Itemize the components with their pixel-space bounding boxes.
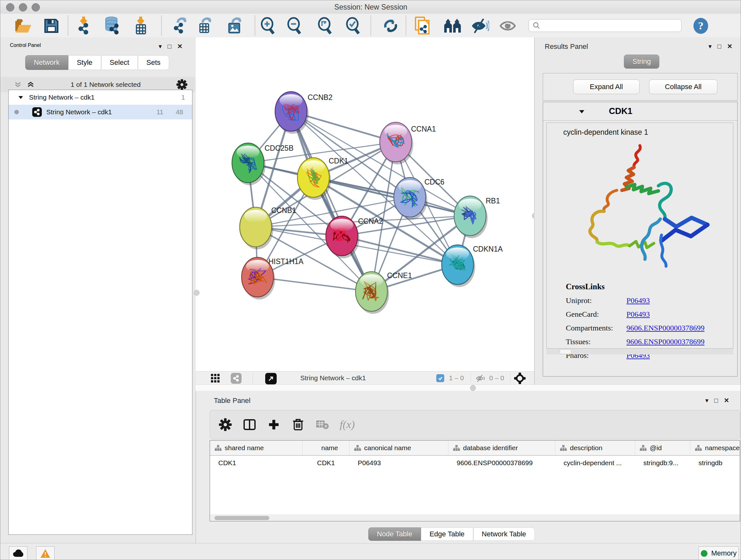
collapse-arrow-icon[interactable] [17, 94, 24, 101]
table-options-gear-icon[interactable] [216, 416, 234, 434]
collapse-section-arrow-icon[interactable] [578, 108, 585, 115]
import-network-from-database-icon[interactable] [104, 17, 122, 35]
table-hscrollbar-thumb[interactable] [214, 516, 269, 520]
search-input[interactable] [540, 22, 676, 30]
node-CDK1[interactable] [297, 158, 331, 200]
tab-network[interactable]: Network [25, 55, 68, 70]
collapse-all-button[interactable]: Collapse All [649, 79, 718, 94]
splitter-handle[interactable] [470, 385, 476, 391]
column-header-name[interactable]: name [302, 441, 349, 455]
table-cell[interactable]: P06493 [349, 455, 448, 470]
export-table-icon[interactable] [197, 17, 214, 35]
import-table-from-file-icon[interactable] [133, 17, 151, 35]
detach-view-icon[interactable] [265, 373, 277, 384]
network-tree-root-row[interactable]: String Network – cdk1 1 [9, 90, 192, 105]
apply-preferred-layout-icon[interactable] [382, 17, 400, 35]
table-cell[interactable]: stringdb:9... [635, 455, 690, 470]
column-header-namespace[interactable]: namespace [690, 441, 740, 455]
crosslink-link[interactable]: 9606.ENSP00000378699 [626, 324, 704, 332]
float-panel-icon[interactable]: □ [714, 397, 718, 403]
warnings-button[interactable] [36, 546, 55, 560]
table-cell[interactable]: stringdb [690, 455, 740, 470]
node-CCNA1[interactable] [380, 122, 413, 165]
horizontal-splitter[interactable] [196, 384, 741, 391]
crosslink-link[interactable]: 9606.ENSP00000378699 [626, 337, 704, 346]
close-panel-icon[interactable]: ✕ [724, 397, 729, 403]
network-options-gear-icon[interactable] [177, 79, 187, 90]
birdseye-navigator-icon[interactable] [514, 373, 526, 384]
export-image-icon[interactable] [226, 17, 244, 35]
zoom-fit-content-icon[interactable] [316, 17, 333, 35]
crosslink-link[interactable]: P06493 [626, 310, 650, 319]
column-header-description[interactable]: description [555, 441, 635, 455]
open-session-icon[interactable] [14, 17, 32, 35]
zoom-selected-region-icon[interactable] [344, 17, 361, 35]
network-tree-child-row[interactable]: String Network – cdk1 11 48 [9, 105, 192, 119]
table-cell[interactable]: cyclin-dependent ... [555, 455, 635, 470]
panel-menu-icon[interactable]: ▾ [705, 397, 709, 403]
save-session-icon[interactable] [43, 17, 60, 35]
column-header-sharedname[interactable]: shared name [210, 441, 302, 455]
new-network-from-selection-icon[interactable] [414, 17, 432, 35]
panel-menu-icon[interactable]: ▾ [709, 43, 712, 50]
table-cell[interactable]: CDK1 [210, 455, 302, 470]
selected-items-checkbox-icon[interactable] [436, 374, 444, 382]
delete-column-trash-icon[interactable] [289, 416, 307, 434]
memory-button[interactable]: Memory [698, 546, 739, 560]
edge-CDK1-RB1[interactable] [313, 178, 470, 216]
column-header-canonicalname[interactable]: canonical name [349, 441, 448, 455]
network-share-view-icon[interactable] [231, 373, 242, 384]
node-CDC25B[interactable] [232, 143, 266, 185]
node-CCNB1[interactable] [240, 207, 273, 249]
crosslink-link[interactable]: P06493 [626, 296, 650, 305]
left-splitter-handle[interactable] [194, 290, 199, 296]
cloud-status-button[interactable] [9, 546, 27, 560]
float-panel-icon[interactable]: □ [167, 43, 172, 50]
hide-selection-icon[interactable] [472, 17, 489, 35]
tab-string[interactable]: String [624, 55, 659, 69]
table-cell[interactable]: 9606.ENSP00000378699 [448, 455, 555, 470]
show-all-icon[interactable] [499, 17, 517, 35]
panel-menu-icon[interactable]: ▾ [158, 43, 162, 50]
expand-all-button[interactable]: Expand All [573, 79, 639, 94]
zoom-in-icon[interactable] [259, 17, 276, 35]
create-column-icon[interactable] [265, 416, 283, 434]
column-header-databaseidentifier[interactable]: database identifier [448, 441, 555, 455]
node-CDC6[interactable] [394, 178, 427, 220]
column-header-id[interactable]: @id [635, 441, 690, 455]
network-selected-summary: 1 of 1 Network selected [35, 81, 177, 88]
node-CCNA2[interactable] [326, 216, 359, 258]
export-network-icon[interactable] [172, 17, 190, 35]
table-row[interactable]: CDK1CDK1P064939606.ENSP00000378699cyclin… [210, 455, 740, 470]
close-panel-icon[interactable]: ✕ [727, 43, 732, 50]
tab-style[interactable]: Style [68, 55, 101, 70]
close-panel-icon[interactable]: ✕ [177, 43, 183, 50]
table-hscrollbar[interactable] [210, 515, 740, 521]
zoom-out-icon[interactable] [285, 17, 303, 35]
tab-network-table[interactable]: Network Table [473, 527, 535, 541]
node-CCNE1[interactable] [355, 272, 389, 314]
help-icon[interactable]: ? [692, 17, 710, 35]
import-network-from-file-icon[interactable] [76, 17, 93, 35]
tab-node-table[interactable]: Node Table [368, 527, 421, 541]
first-neighbors-icon[interactable] [444, 17, 461, 35]
delete-table-icon [313, 416, 331, 434]
grid-view-icon[interactable] [211, 374, 219, 382]
column-namespace-icon [453, 445, 460, 451]
gene-description: cyclin-dependent kinase 1 [563, 128, 733, 137]
search-box[interactable] [529, 19, 682, 32]
collapse-all-networks-icon[interactable] [26, 80, 35, 89]
crosslink-row: Compartments: 9606.ENSP00000378699 [566, 324, 733, 332]
node-CDKN1A[interactable] [442, 245, 475, 287]
tab-edge-table[interactable]: Edge Table [421, 527, 473, 541]
tab-sets[interactable]: Sets [138, 55, 169, 70]
expand-all-networks-icon[interactable] [14, 80, 22, 89]
float-panel-icon[interactable]: □ [718, 43, 721, 50]
table-cell[interactable]: CDK1 [302, 455, 349, 470]
network-view-canvas[interactable]: CCNB2CCNA1CDC25BCDK1CDC6RB1CCNB1CCNA2CDK… [196, 37, 535, 371]
result-hscrollbar[interactable] [546, 349, 733, 354]
tab-select[interactable]: Select [101, 55, 138, 70]
node-CCNB2[interactable] [275, 91, 309, 134]
node-RB1[interactable] [454, 196, 488, 238]
show-columns-icon[interactable] [241, 416, 259, 434]
